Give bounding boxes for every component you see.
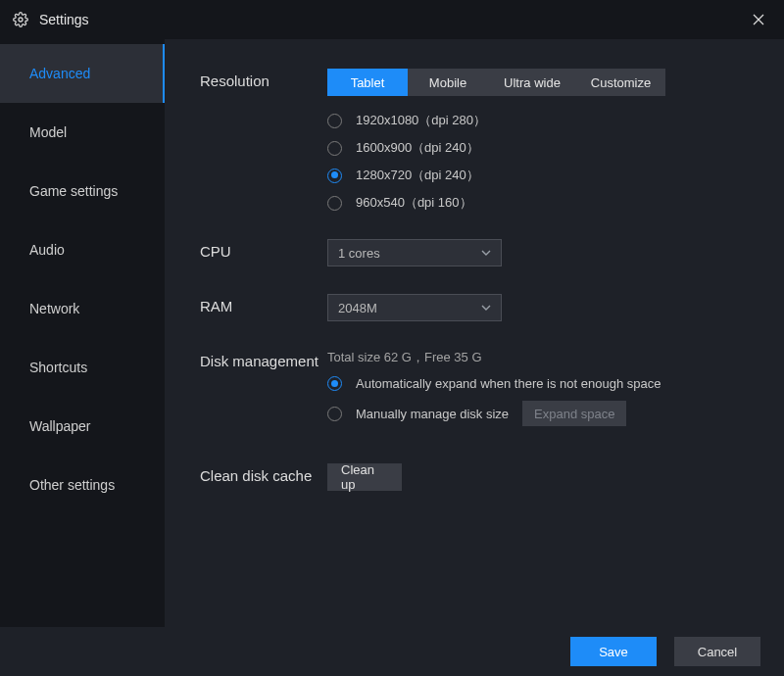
sidebar-item-label: Other settings [29,477,115,493]
sidebar-item-label: Wallpaper [29,418,91,434]
ram-label: RAM [200,294,327,316]
cpu-label: CPU [200,239,327,262]
sidebar-item-label: Audio [29,242,65,258]
clean-cache-label: Clean disk cache [200,463,327,486]
radio-icon [327,376,342,391]
disk-label: Disk management [200,349,327,371]
tab-customize[interactable]: Customize [576,69,665,96]
radio-icon [327,114,342,128]
chevron-down-icon [481,304,491,312]
tab-tablet[interactable]: Tablet [327,69,408,96]
disk-option-auto[interactable]: Automatically expand when there is not e… [327,376,755,391]
resolution-tabs: Tablet Mobile Ultra wide Customize [327,69,665,96]
ram-select[interactable]: 2048M [327,294,502,321]
titlebar: Settings [0,0,784,39]
sidebar-item-label: Shortcuts [29,360,87,375]
resolution-option-1280[interactable]: 1280x720（dpi 240） [327,167,755,184]
disk-info: Total size 62 G，Free 35 G [327,349,755,366]
resolution-option-1920[interactable]: 1920x1080（dpi 280） [327,112,755,129]
sidebar-item-network[interactable]: Network [0,279,165,338]
ram-value: 2048M [338,301,377,315]
sidebar-item-label: Advanced [29,66,90,81]
gear-icon [12,11,29,28]
sidebar-item-label: Network [29,301,79,316]
clean-up-button[interactable]: Clean up [327,463,402,491]
sidebar: Advanced Model Game settings Audio Netwo… [0,39,165,627]
window-title: Settings [39,12,89,27]
save-button[interactable]: Save [570,637,657,666]
radio-icon [327,196,342,211]
sidebar-item-wallpaper[interactable]: Wallpaper [0,397,165,456]
svg-point-0 [19,18,23,22]
expand-space-button[interactable]: Expand space [522,401,626,426]
sidebar-item-other-settings[interactable]: Other settings [0,456,165,514]
main-panel: Resolution Tablet Mobile Ultra wide Cust… [165,39,784,627]
sidebar-item-game-settings[interactable]: Game settings [0,162,165,220]
sidebar-item-model[interactable]: Model [0,103,165,162]
radio-icon [327,407,342,421]
footer: Save Cancel [0,627,784,676]
resolution-options: 1920x1080（dpi 280） 1600x900（dpi 240） 128… [327,112,755,212]
cpu-value: 1 cores [338,246,380,261]
disk-option-manual[interactable]: Manually manage disk size Expand space [327,401,755,426]
sidebar-item-label: Game settings [29,183,118,199]
sidebar-item-advanced[interactable]: Advanced [0,44,165,103]
resolution-label: Resolution [200,69,327,91]
chevron-down-icon [481,249,491,257]
tab-mobile[interactable]: Mobile [408,69,488,96]
tab-ultra-wide[interactable]: Ultra wide [488,69,576,96]
sidebar-item-label: Model [29,124,67,140]
sidebar-item-shortcuts[interactable]: Shortcuts [0,338,165,397]
resolution-option-1600[interactable]: 1600x900（dpi 240） [327,139,755,157]
resolution-option-960[interactable]: 960x540（dpi 160） [327,194,755,212]
radio-icon [327,141,342,156]
close-icon[interactable] [745,6,772,33]
radio-icon [327,169,342,183]
sidebar-item-audio[interactable]: Audio [0,220,165,279]
cancel-button[interactable]: Cancel [674,637,760,666]
cpu-select[interactable]: 1 cores [327,239,502,266]
